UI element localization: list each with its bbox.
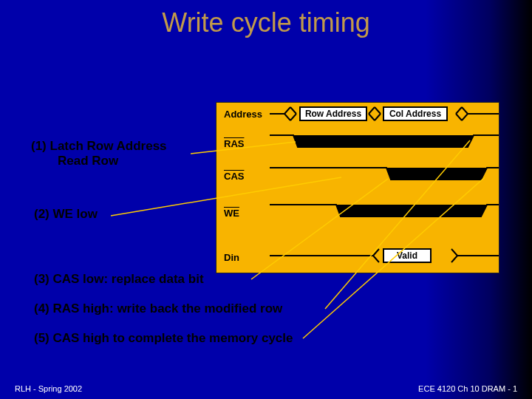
din-label: Din (224, 252, 239, 263)
annotation-1: (1) Latch Row Address Read Row (31, 139, 167, 168)
valid-box: Valid (383, 248, 432, 263)
annotation-3: (3) CAS low: replace data bit (34, 272, 204, 287)
annotation-1-sub: Read Row (58, 154, 167, 168)
address-label: Address (224, 109, 262, 120)
footer-left: RLH - Spring 2002 (15, 384, 82, 393)
footer-right: ECE 4120 Ch 10 DRAM - 1 (418, 384, 517, 393)
ras-wave (270, 132, 499, 151)
row-address-box: Row Address (299, 106, 367, 121)
col-address-box: Col Address (383, 106, 448, 121)
we-wave (270, 202, 499, 221)
annotation-1-main: (1) Latch Row Address (31, 139, 167, 153)
annotation-4: (4) RAS high: write back the modified ro… (34, 301, 282, 316)
cas-wave (270, 165, 499, 184)
we-label: WE (224, 208, 239, 219)
annotation-2: (2) WE low (34, 207, 98, 222)
timing-panel: Address Row Address Col Address RAS CAS … (216, 102, 499, 273)
cas-label: CAS (224, 171, 244, 182)
page-title: Write cycle timing (0, 7, 532, 38)
ras-label: RAS (224, 138, 244, 149)
annotation-5: (5) CAS high to complete the memory cycl… (34, 331, 293, 346)
